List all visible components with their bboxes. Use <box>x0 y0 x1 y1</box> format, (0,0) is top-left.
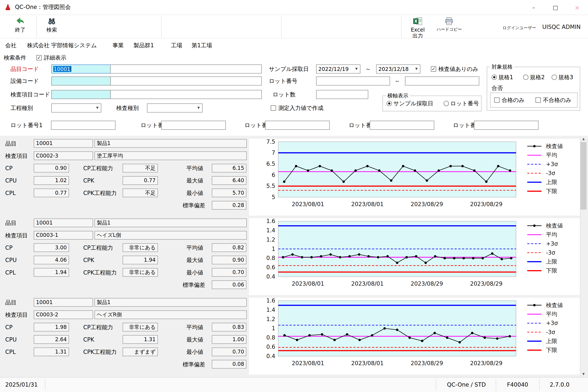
cp-label: CP <box>5 243 12 252</box>
inspection-name-field: 塗工厚平均 <box>94 152 247 160</box>
svg-text:検査値: 検査値 <box>546 302 563 308</box>
chevron-down-icon: ▼ <box>94 104 100 112</box>
fail-only-checkbox[interactable] <box>536 98 541 103</box>
inspection-type-label: 検査種別 <box>116 104 139 112</box>
exit-button[interactable]: 終了 <box>8 17 32 32</box>
svg-text:2023/08/01: 2023/08/01 <box>351 201 384 208</box>
toolbar-separator <box>161 16 162 37</box>
search-button[interactable]: 検索 <box>40 17 64 32</box>
hardcopy-button-label: ハードコピー <box>434 27 465 33</box>
result-section-3: 品目 10001 製品1 検査項目 C0003-2 ヘイズR側 CP 1.98 … <box>0 298 588 374</box>
sample-date-to-value: 2023/12/18 <box>378 66 409 72</box>
max-field: 0.90 <box>212 256 246 264</box>
scroll-up-icon[interactable]: ▲ <box>580 136 587 142</box>
lot3-input[interactable] <box>265 121 330 130</box>
lot4-input[interactable] <box>370 121 434 130</box>
svg-text:2023/08/29: 2023/08/29 <box>470 201 502 208</box>
item-code-input[interactable]: 10001 <box>51 64 110 74</box>
cpl-field: 1.31 <box>34 348 69 356</box>
min-field: 5.70 <box>212 188 246 197</box>
scrollbar-thumb[interactable] <box>580 142 587 210</box>
lot-count-input[interactable] <box>316 90 368 99</box>
item-code-field: 10001 <box>34 139 93 148</box>
item-name-field: 製品1 <box>94 139 247 148</box>
cpk-capability-label: CPK工程能力 <box>83 268 117 277</box>
control-chart-2: 1.61.41.210.80.60.42023/08/012023/08/012… <box>249 218 580 295</box>
business-value: 製品群1 <box>134 38 154 52</box>
factory-value: 第1工場 <box>192 38 212 52</box>
equipment-code-input[interactable] <box>51 76 110 86</box>
minimize-button[interactable]: – <box>523 0 544 15</box>
measured-input-checkbox[interactable] <box>271 105 276 110</box>
min-field: 0.70 <box>212 268 246 277</box>
svg-text:1: 1 <box>272 325 275 332</box>
process-type-combo[interactable]: ▼ <box>51 104 101 112</box>
scroll-down-icon[interactable]: ▼ <box>580 371 587 377</box>
business-label: 事業 <box>112 38 124 52</box>
hardcopy-button[interactable]: ハードコピー <box>434 17 465 32</box>
lot-number-to-input[interactable] <box>405 76 479 86</box>
item-name-field: 製品1 <box>94 218 247 227</box>
cpl-label: CPL <box>5 268 16 277</box>
axis-sample-date-label: サンプル採取日 <box>394 99 433 108</box>
inspection-item-name-input[interactable] <box>110 90 262 99</box>
cp-field: 3.00 <box>34 243 69 252</box>
cpk-capability-field: 不足 <box>122 188 158 197</box>
titlebar: QC-One：管理図照会 – □ × <box>0 0 588 15</box>
sample-date-from-combo[interactable]: 2022/12/19▼ <box>316 64 360 74</box>
cp-field: 0.90 <box>34 164 69 172</box>
cp-label: CP <box>5 164 12 173</box>
lot1-input[interactable] <box>51 121 116 130</box>
inspection-value-only-checkbox[interactable]: ✓ <box>431 66 436 72</box>
lot-number-label: ロット番号 <box>269 76 298 86</box>
svg-text:上限: 上限 <box>546 179 557 185</box>
svg-text:0.8: 0.8 <box>266 255 275 261</box>
standard2-radio[interactable] <box>523 74 528 80</box>
inspection-type-combo[interactable]: ▼ <box>147 104 203 112</box>
inspection-name-field: ヘイズR側 <box>94 310 247 319</box>
svg-text:2023/08/29: 2023/08/29 <box>411 360 443 366</box>
svg-text:6.5: 6.5 <box>266 160 275 167</box>
inspection-item-code-input[interactable] <box>51 90 110 99</box>
cpk-label: CPK <box>83 176 94 185</box>
sample-date-to-combo[interactable]: 2023/12/18▼ <box>376 64 420 74</box>
lot2-input[interactable] <box>161 121 226 130</box>
chevron-down-icon: ▼ <box>353 65 360 72</box>
svg-text:X: X <box>414 19 418 24</box>
item-code-label: 品目コード <box>10 64 39 74</box>
equipment-code-label: 設備コード <box>10 76 39 86</box>
maximize-button[interactable]: □ <box>544 0 566 15</box>
process-type-label: 工程種別 <box>10 104 33 112</box>
mean-field: 0.83 <box>212 323 246 332</box>
axis-sample-date-radio[interactable] <box>387 101 392 106</box>
axis-lot-number-radio[interactable] <box>444 101 449 106</box>
equipment-name-input[interactable] <box>110 76 262 86</box>
detail-display-checkbox[interactable]: ✓ <box>36 55 42 60</box>
pass-only-label: 合格のみ <box>502 96 524 104</box>
cp-label: CP <box>5 323 12 332</box>
inspection-value-only-label: 検査値ありのみ <box>438 64 478 74</box>
pass-only-checkbox[interactable] <box>494 98 500 103</box>
cp-capability-label: CP工程能力 <box>83 323 113 332</box>
standard3-radio[interactable] <box>552 74 557 80</box>
close-button[interactable]: × <box>566 0 588 15</box>
excel-export-button[interactable]: X Excel 出力 <box>406 17 430 39</box>
lot-range-tilde: ～ <box>394 76 400 86</box>
svg-text:7.5: 7.5 <box>266 139 275 145</box>
axis-lot-number-label: ロット番号 <box>450 99 479 108</box>
excel-button-label-1: Excel <box>406 27 430 33</box>
lot-count-label: ロット数 <box>272 90 296 99</box>
inspection-name-field: ヘイズL側 <box>94 231 247 240</box>
lot-number-from-input[interactable] <box>316 76 390 86</box>
cp-capability-label: CP工程能力 <box>83 164 113 173</box>
item-name-input[interactable] <box>110 64 262 74</box>
svg-text:5: 5 <box>272 194 275 200</box>
cpk-field: 1.94 <box>122 256 158 264</box>
max-label: 最大値 <box>186 176 203 185</box>
min-label: 最小値 <box>186 348 203 356</box>
standard1-radio[interactable] <box>492 74 497 80</box>
lot5-input[interactable] <box>474 121 538 130</box>
svg-text:-3σ: -3σ <box>546 170 555 176</box>
vertical-scrollbar[interactable]: ▲ ▼ <box>580 136 586 377</box>
svg-text:1: 1 <box>272 246 275 252</box>
